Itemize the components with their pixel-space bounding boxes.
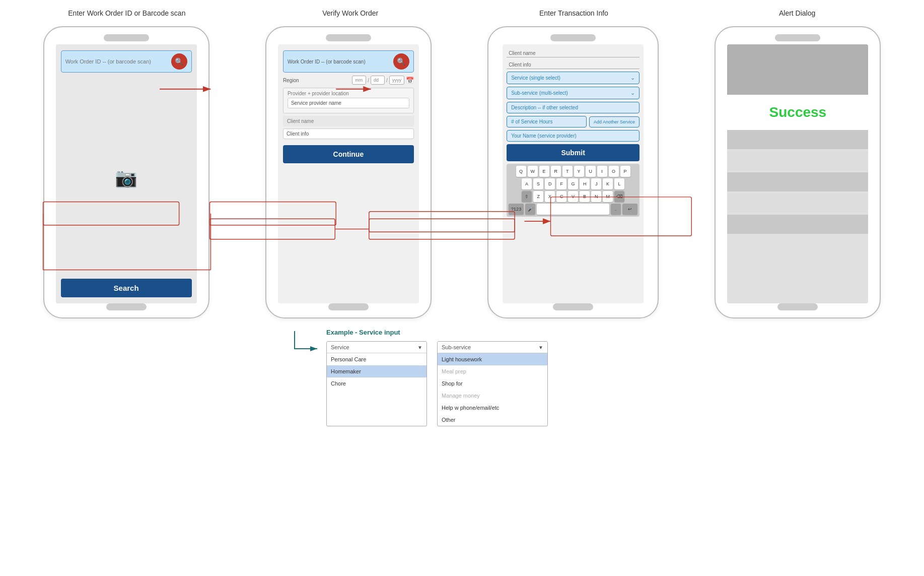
phone2-screen: Work Order ID -- (or barcode scan) 🔍 Reg… [278, 44, 419, 303]
example-subservice-header: Sub-service ▼ [438, 342, 547, 353]
key-w[interactable]: W [528, 166, 538, 177]
search-button[interactable]: Search [61, 279, 192, 297]
example-service-item-2[interactable]: Homemaker [327, 365, 427, 377]
description-field[interactable]: Description -- if other selected [507, 102, 639, 113]
example-label: Example - Service input [326, 329, 548, 336]
screen2-title: Verify Work Order [260, 9, 441, 17]
example-subservice-item-2: Meal prep [438, 365, 547, 377]
key-i[interactable]: I [597, 166, 607, 177]
region-date-row: Region mm / dd / yyyy 📅 [283, 76, 414, 85]
alert-row-5 [727, 215, 868, 234]
provider-section: Provider + provider location Service pro… [283, 88, 414, 113]
phone1-screen: 🔍 📷 Search [56, 44, 197, 303]
verify-search-placeholder: Work Order ID -- (or barcode scan) [288, 59, 393, 65]
example-subservice-header-text: Sub-service [442, 344, 471, 350]
service-provider-field[interactable]: Service provider name [288, 98, 409, 108]
alert-gray-top [727, 44, 868, 95]
key-e[interactable]: E [539, 166, 549, 177]
key-j[interactable]: J [591, 178, 601, 189]
key-period[interactable]: . [611, 204, 621, 215]
submit-button[interactable]: Submit [507, 144, 639, 161]
search-icon-circle-2[interactable]: 🔍 [393, 53, 409, 70]
key-u[interactable]: U [586, 166, 596, 177]
phone3-bottom-bar [553, 303, 593, 310]
example-service-item-1[interactable]: Personal Care [327, 353, 427, 365]
camera-icon: 📷 [115, 167, 137, 188]
key-f[interactable]: F [556, 178, 566, 189]
key-n[interactable]: N [591, 191, 601, 202]
key-backspace[interactable]: ⌫ [614, 191, 624, 202]
key-space[interactable] [537, 204, 609, 215]
search-icon-circle-1[interactable]: 🔍 [171, 53, 187, 70]
region-label: Region [283, 78, 350, 83]
keyboard-row2: A S D F G H J K L [509, 178, 637, 189]
example-subservice-dropdown[interactable]: Sub-service ▼ Light housework Meal prep … [437, 341, 548, 426]
key-s[interactable]: S [533, 178, 543, 189]
work-order-input[interactable] [65, 58, 171, 65]
key-v[interactable]: V [568, 191, 578, 202]
key-y[interactable]: Y [574, 166, 584, 177]
key-g[interactable]: G [568, 178, 578, 189]
phone3-top-bar [550, 34, 596, 41]
add-another-service-button[interactable]: Add Another Service [589, 116, 639, 127]
key-q[interactable]: Q [516, 166, 526, 177]
calendar-icon[interactable]: 📅 [406, 77, 414, 84]
txn-client-name-label: Client name [507, 48, 639, 57]
example-subservice-item-5[interactable]: Help w phone/email/etc [438, 402, 547, 414]
phone1-top-bar [104, 34, 149, 41]
example-subservice-item-1[interactable]: Light housework [438, 353, 547, 365]
subservice-dropdown[interactable]: Sub-service (multi-select) ⌄ [507, 87, 639, 99]
key-x[interactable]: X [545, 191, 555, 202]
screen4-title: Alert Dialog [706, 9, 888, 17]
key-enter[interactable]: ↩ [622, 204, 637, 215]
client-name-label: Client name [283, 116, 414, 126]
example-service-item-3[interactable]: Chore [327, 377, 427, 390]
key-b[interactable]: B [580, 191, 590, 202]
keyboard-row1: Q W E R T Y U I O P [509, 166, 637, 177]
key-c[interactable]: C [556, 191, 566, 202]
key-o[interactable]: O [609, 166, 619, 177]
continue-button[interactable]: Continue [283, 145, 414, 163]
key-l[interactable]: L [614, 178, 624, 189]
date-mm[interactable]: mm [352, 76, 366, 85]
success-text: Success [769, 104, 827, 120]
key-mic-icon[interactable]: 🎤 [525, 204, 535, 215]
client-info-field[interactable]: Client info [283, 129, 414, 139]
search-icon-2: 🔍 [397, 57, 405, 66]
camera-area: 📷 [61, 77, 192, 279]
key-shift[interactable]: ⇧ [522, 191, 532, 202]
key-a[interactable]: A [522, 178, 532, 189]
date-dd[interactable]: dd [371, 76, 385, 85]
your-name-input[interactable]: Your Name (service provider) [507, 130, 639, 142]
example-arrow-svg [292, 329, 322, 354]
screen1-title: Enter Work Order ID or Barcode scan [36, 9, 218, 17]
example-service-chevron-icon: ▼ [417, 345, 422, 350]
screen3-title: Enter Transaction Info [483, 9, 664, 17]
example-subservice-item-6[interactable]: Other [438, 414, 547, 426]
alert-white-middle: Success [727, 95, 868, 130]
txn-client-info-label: Client info [507, 60, 639, 69]
key-num[interactable]: ?123 [509, 204, 524, 215]
key-r[interactable]: R [551, 166, 561, 177]
key-h[interactable]: H [580, 178, 590, 189]
example-subservice-item-3[interactable]: Shop for [438, 377, 547, 390]
key-t[interactable]: T [562, 166, 573, 177]
key-m[interactable]: M [603, 191, 613, 202]
service-dropdown-text: Service (single select) [511, 75, 630, 81]
example-subservice-item-4: Manage money [438, 390, 547, 402]
work-order-search-row: 🔍 [61, 50, 192, 73]
phone4-screen: Success [727, 44, 868, 303]
alert-row-4 [727, 194, 868, 213]
date-yyyy[interactable]: yyyy [389, 76, 404, 85]
phone4: Success [715, 26, 881, 318]
key-d[interactable]: D [545, 178, 555, 189]
example-service-dropdown[interactable]: Service ▼ Personal Care Homemaker Chore [326, 341, 427, 426]
alert-row-1 [727, 130, 868, 149]
key-k[interactable]: K [603, 178, 613, 189]
phone1-bottom-bar [106, 303, 147, 310]
key-p[interactable]: P [620, 166, 630, 177]
key-z[interactable]: Z [533, 191, 543, 202]
service-hours-input[interactable]: # of Service Hours [507, 116, 587, 127]
service-dropdown[interactable]: Service (single select) ⌄ [507, 72, 639, 84]
description-text: Description -- if other selected [511, 105, 635, 110]
